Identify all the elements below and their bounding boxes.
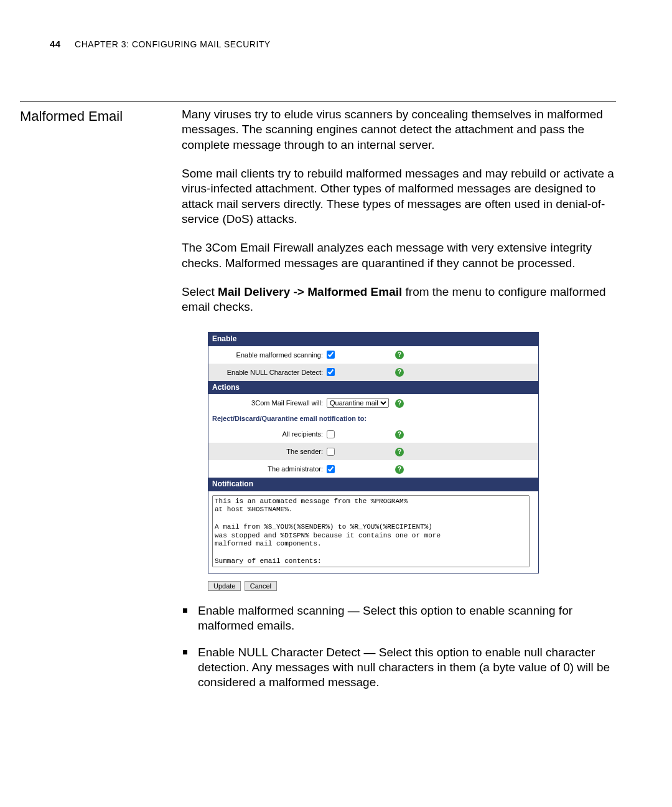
panel-buttons: Update Cancel (208, 573, 590, 592)
help-firewall-will[interactable]: ? (395, 399, 408, 408)
help-enable-scanning[interactable]: ? (395, 350, 408, 359)
checkbox-all-recipients[interactable] (327, 430, 335, 438)
horizontal-rule (20, 101, 616, 102)
notify-subheader: Reject/Discard/Quarantine email notifica… (208, 412, 538, 425)
field-enable-null (327, 368, 395, 376)
help-icon: ? (395, 351, 404, 359)
row-enable-null: Enable NULL Character Detect: ? (208, 364, 538, 381)
menu-path: Mail Delivery -> Malformed Email (218, 285, 402, 298)
document-page: 44 Chapter 3: Configuring Mail Security … (0, 0, 672, 807)
text: Select (182, 285, 218, 298)
help-administrator[interactable]: ? (395, 465, 408, 474)
help-icon: ? (395, 448, 404, 456)
field-enable-scanning (327, 351, 395, 359)
checkbox-enable-scanning[interactable] (327, 351, 335, 359)
field-all-recipients (327, 430, 395, 438)
paragraph: The 3Com Email Firewall analyzes each me… (182, 240, 616, 271)
help-icon: ? (395, 368, 404, 377)
label-enable-null: Enable NULL Character Detect: (212, 368, 327, 377)
checkbox-sender[interactable] (327, 448, 335, 456)
help-icon: ? (395, 430, 404, 439)
bullet-list: Enable malformed scanning — Select this … (182, 603, 616, 691)
label-firewall-will: 3Com Mail Firewall will: (212, 399, 327, 407)
row-firewall-will: 3Com Mail Firewall will: Quarantine mail… (208, 394, 538, 412)
label-administrator: The administrator: (212, 465, 327, 473)
select-firewall-action[interactable]: Quarantine mail (327, 398, 389, 408)
help-icon: ? (395, 465, 404, 474)
label-all-recipients: All recipients: (212, 430, 327, 438)
row-enable-scanning: Enable malformed scanning: ? (208, 346, 538, 364)
label-enable-scanning: Enable malformed scanning: (212, 351, 327, 359)
paragraph: Some mail clients try to rebuild malform… (182, 166, 616, 227)
row-all-recipients: All recipients: ? (208, 425, 538, 443)
cancel-button[interactable]: Cancel (245, 581, 277, 591)
paragraph: Many viruses try to elude virus scanners… (182, 107, 616, 153)
config-panel-screenshot: Enable Enable malformed scanning: ? Enab… (208, 332, 590, 592)
page-number: 44 (50, 39, 61, 49)
update-button[interactable]: Update (208, 581, 241, 591)
list-item: Enable NULL Character Detect — Select th… (182, 645, 616, 691)
config-panel: Enable Enable malformed scanning: ? Enab… (208, 332, 539, 573)
body-column: Many viruses try to elude virus scanners… (182, 107, 616, 702)
field-sender (327, 448, 395, 456)
section: Malformed Email Many viruses try to elud… (50, 107, 616, 702)
list-item: Enable malformed scanning — Select this … (182, 603, 616, 634)
help-icon: ? (395, 399, 404, 408)
checkbox-enable-null[interactable] (327, 368, 335, 376)
help-all-recipients[interactable]: ? (395, 430, 408, 439)
paragraph: Select Mail Delivery -> Malformed Email … (182, 285, 616, 315)
notification-header: Notification (208, 478, 538, 491)
field-firewall-will: Quarantine mail (327, 398, 395, 408)
notification-textarea[interactable] (212, 495, 530, 567)
notification-textarea-wrap (208, 491, 538, 573)
checkbox-administrator[interactable] (327, 465, 335, 473)
label-sender: The sender: (212, 447, 327, 456)
running-header: 44 Chapter 3: Configuring Mail Security (50, 39, 616, 49)
row-sender: The sender: ? (208, 443, 538, 460)
actions-header: Actions (208, 381, 538, 394)
section-title: Malformed Email (20, 107, 182, 125)
help-sender[interactable]: ? (395, 447, 408, 456)
enable-header: Enable (208, 333, 538, 346)
help-enable-null[interactable]: ? (395, 367, 408, 377)
field-administrator (327, 465, 395, 473)
chapter-title: Chapter 3: Configuring Mail Security (75, 39, 271, 49)
row-administrator: The administrator: ? (208, 460, 538, 478)
